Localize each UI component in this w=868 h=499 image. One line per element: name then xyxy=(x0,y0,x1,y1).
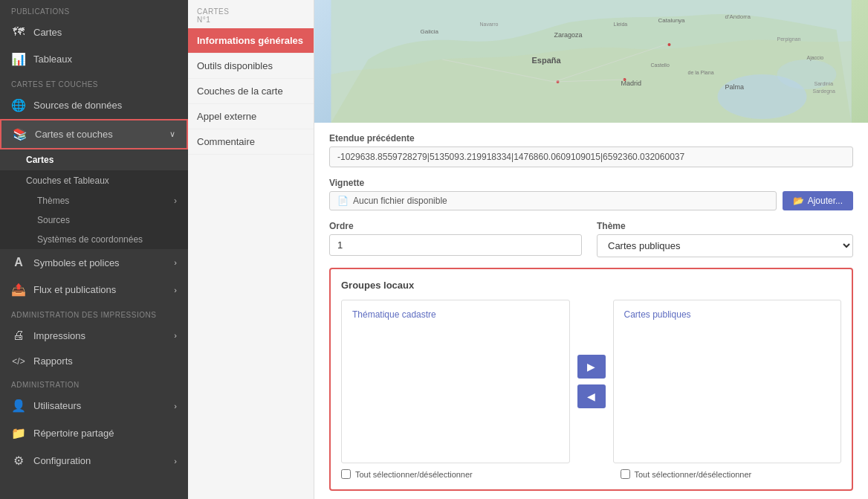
sidebar-sub-item-sources[interactable]: Sources xyxy=(0,210,188,230)
svg-text:Catalunya: Catalunya xyxy=(658,17,686,24)
groupes-list-right[interactable]: Cartes publiques xyxy=(613,300,842,463)
table-icon: 📊 xyxy=(11,52,26,66)
transfer-buttons: ▶ ◀ xyxy=(577,355,606,408)
sidebar-item-rapports[interactable]: </> Rapports xyxy=(0,349,188,373)
groupes-list-item-right-0[interactable]: Cartes publiques xyxy=(620,306,835,323)
panel-secondary-header: CARTES N°1 xyxy=(188,0,314,28)
folder-icon: 📁 xyxy=(11,426,26,440)
panel-header-line1: CARTES xyxy=(197,7,305,16)
panel-item-outils-disponibles[interactable]: Outils disponibles xyxy=(188,54,314,79)
form-area: Etendue précédente Vignette 📄 Aucun fich… xyxy=(314,123,868,499)
vignette-row: 📄 Aucun fichier disponible 📂 Ajouter... xyxy=(329,191,853,210)
transfer-right-button[interactable]: ▶ xyxy=(577,355,606,379)
svg-text:d'Andorra: d'Andorra xyxy=(725,13,751,20)
sidebar-section-label-publications: PUBLICATIONS xyxy=(0,0,188,19)
sidebar-item-label: Tableaux xyxy=(33,54,177,65)
chevron-right-icon: › xyxy=(174,286,177,294)
map-background: Galicia Navarro Zaragoza Lleida Cataluny… xyxy=(314,0,868,123)
svg-text:Galicia: Galicia xyxy=(421,28,439,35)
svg-text:Sardinia: Sardinia xyxy=(814,81,834,86)
select-all-left-label: Tout sélectionner/désélectionner xyxy=(355,470,473,479)
ajouter-button[interactable]: 📂 Ajouter... xyxy=(783,191,853,210)
sidebar: PUBLICATIONS 🗺 Cartes 📊 Tableaux CARTES … xyxy=(0,0,188,499)
themes-arrow-icon: › xyxy=(174,196,177,206)
panel-item-couches-carte[interactable]: Couches de la carte xyxy=(188,79,314,104)
sidebar-item-label: Rapports xyxy=(33,355,177,367)
map-icon: 🗺 xyxy=(11,25,26,39)
sidebar-sub-item-couches-tableaux[interactable]: Couches et Tableaux xyxy=(0,170,188,191)
sidebar-item-label: Répertoire partagé xyxy=(33,428,177,439)
sidebar-sub-cartes-couches: Cartes Couches et Tableaux Thèmes › Sour… xyxy=(0,149,188,249)
sidebar-section-label-cartes-couches: CARTES ET COUCHES xyxy=(0,73,188,91)
sidebar-item-label: Symboles et polices xyxy=(33,257,166,268)
select-all-left-checkbox[interactable] xyxy=(341,469,351,479)
vignette-label: Vignette xyxy=(329,178,853,188)
upload-icon: 📤 xyxy=(11,283,26,297)
sidebar-sub-item-cartes[interactable]: Cartes xyxy=(0,149,188,170)
panel-header-line2: N°1 xyxy=(197,16,305,24)
groupes-footer-left: Tout sélectionner/désélectionner xyxy=(341,469,563,479)
theme-select[interactable]: Cartes publiques xyxy=(597,234,853,257)
panel-item-commentaire[interactable]: Commentaire xyxy=(188,129,314,155)
groupes-footer-right: Tout sélectionner/désélectionner xyxy=(621,469,842,479)
sidebar-item-label: Sources de données xyxy=(33,100,177,111)
svg-text:Palma: Palma xyxy=(725,83,745,91)
sidebar-item-sources-donnees[interactable]: 🌐 Sources de données xyxy=(0,91,188,119)
main-content: Galicia Navarro Zaragoza Lleida Cataluny… xyxy=(314,0,868,499)
sidebar-item-utilisateurs[interactable]: 👤 Utilisateurs › xyxy=(0,392,188,419)
etendue-label: Etendue précédente xyxy=(329,133,853,144)
svg-text:Sardegna: Sardegna xyxy=(813,88,835,94)
sidebar-sub-item-systemes-coord[interactable]: Systèmes de coordonnées xyxy=(0,230,188,249)
svg-text:Castello: Castello xyxy=(651,62,670,68)
panel-item-infos-generales[interactable]: Informations générales xyxy=(188,28,314,54)
sidebar-item-label: Impressions xyxy=(33,330,166,341)
svg-text:Navarro: Navarro xyxy=(480,22,499,27)
vignette-filename: Aucun fichier disponible xyxy=(353,196,447,206)
sidebar-section-label-impressions: ADMINISTRATION DES IMPRESSIONS xyxy=(0,303,188,322)
etendue-input[interactable] xyxy=(329,147,853,167)
code-icon: </> xyxy=(11,356,26,367)
user-icon: 👤 xyxy=(11,399,26,413)
transfer-left-button[interactable]: ◀ xyxy=(577,384,606,408)
groupes-list-left[interactable]: Thématique cadastre xyxy=(341,300,570,463)
ordre-input[interactable] xyxy=(329,234,582,256)
map-svg: Galicia Navarro Zaragoza Lleida Cataluny… xyxy=(314,0,868,123)
sidebar-section-publications: PUBLICATIONS 🗺 Cartes 📊 Tableaux xyxy=(0,0,188,73)
sidebar-item-cartes[interactable]: 🗺 Cartes xyxy=(0,19,188,45)
sidebar-item-label: Utilisateurs xyxy=(33,400,166,411)
select-all-right-checkbox[interactable] xyxy=(621,469,630,479)
upload-icon: 📂 xyxy=(793,196,804,206)
sidebar-item-flux-publications[interactable]: 📤 Flux et publications › xyxy=(0,276,188,303)
panel-secondary: CARTES N°1 Informations générales Outils… xyxy=(188,0,314,499)
chevron-right-icon: › xyxy=(174,258,177,267)
gear-icon: ⚙ xyxy=(11,454,26,468)
sources-label: Sources xyxy=(37,215,70,225)
svg-text:Zaragoza: Zaragoza xyxy=(554,31,583,39)
sidebar-item-label: Cartes xyxy=(33,27,177,38)
panel-item-appel-externe[interactable]: Appel externe xyxy=(188,104,314,129)
sidebar-item-impressions[interactable]: 🖨 Impressions › xyxy=(0,322,188,349)
theme-group: Thème Cartes publiques xyxy=(597,221,853,257)
sidebar-item-symboles-polices[interactable]: A Symboles et polices › xyxy=(0,249,188,276)
chevron-right-icon: › xyxy=(174,331,177,340)
book-icon: 📚 xyxy=(13,127,27,141)
font-icon: A xyxy=(11,256,26,269)
sidebar-item-configuration[interactable]: ⚙ Configuration › xyxy=(0,447,188,474)
sidebar-item-tableaux[interactable]: 📊 Tableaux xyxy=(0,45,188,73)
file-icon: 📄 xyxy=(337,196,349,206)
svg-point-20 xyxy=(668,43,671,46)
systemes-coord-label: Systèmes de coordonnées xyxy=(37,234,143,245)
sidebar-sub-item-themes[interactable]: Thèmes › xyxy=(0,191,188,210)
ordre-label: Ordre xyxy=(329,221,582,231)
groupes-list-item-left-0[interactable]: Thématique cadastre xyxy=(348,306,563,323)
select-all-right-label: Tout sélectionner/désélectionner xyxy=(635,470,752,479)
groupes-locaux-section: Groupes locaux Thématique cadastre ▶ ◀ C… xyxy=(329,268,853,491)
groupes-body: Thématique cadastre ▶ ◀ Cartes publiques xyxy=(341,300,841,463)
svg-text:Ajaccio: Ajaccio xyxy=(807,55,824,61)
sidebar-item-cartes-couches[interactable]: 📚 Cartes et couches ∨ xyxy=(0,119,188,149)
sidebar-item-repertoire-partage[interactable]: 📁 Répertoire partagé xyxy=(0,419,188,447)
themes-label: Thèmes xyxy=(37,196,69,206)
vignette-file-display: 📄 Aucun fichier disponible xyxy=(329,191,777,210)
ajouter-label: Ajouter... xyxy=(808,196,843,206)
groupes-footer: Tout sélectionner/désélectionner Tout sé… xyxy=(341,469,841,479)
